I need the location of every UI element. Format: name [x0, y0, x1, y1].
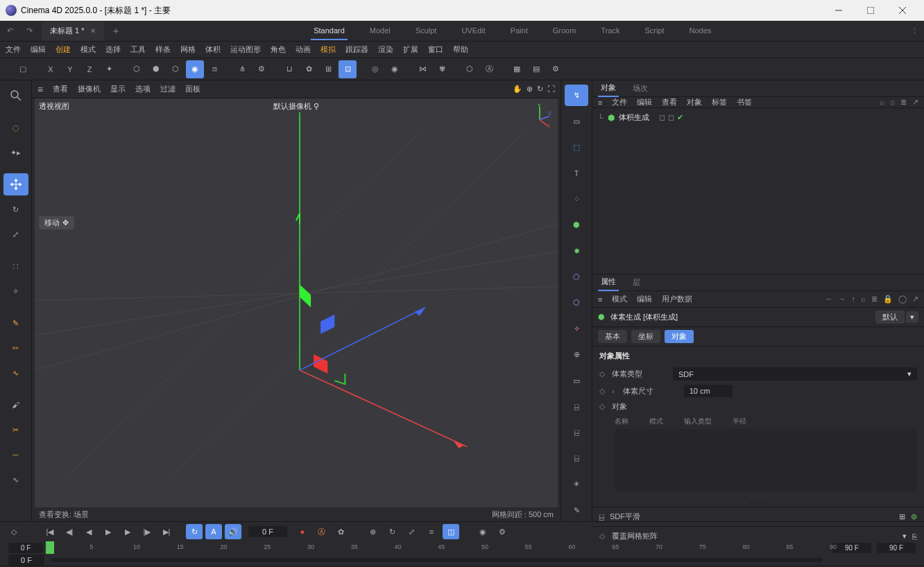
- world-axis-icon[interactable]: ✦: [100, 60, 118, 78]
- enabled-check-icon[interactable]: ✔: [677, 113, 683, 122]
- sub-tab-coord[interactable]: 坐标: [631, 330, 660, 343]
- menu-animate[interactable]: 动画: [296, 44, 311, 55]
- attr-menu-userdata[interactable]: 用户数据: [662, 294, 692, 304]
- attr-circle-icon[interactable]: ◯: [898, 295, 907, 304]
- cube-primitive-icon[interactable]: ◉: [186, 60, 204, 78]
- text-icon[interactable]: T: [565, 162, 588, 184]
- mode-paint[interactable]: Paint: [508, 22, 531, 40]
- particles-icon[interactable]: ⁘: [565, 189, 588, 210]
- menu-character[interactable]: 角色: [271, 44, 286, 55]
- menu-mograph[interactable]: 运动图形: [230, 44, 261, 55]
- scale-tool-button[interactable]: ⤢: [3, 223, 28, 245]
- cam2-icon[interactable]: ⌸: [565, 421, 588, 443]
- snap-settings-icon[interactable]: ✿: [300, 60, 318, 78]
- butterfly-icon[interactable]: ⋈: [413, 60, 431, 78]
- menu-edit[interactable]: 编辑: [31, 44, 46, 55]
- timeline-scrollbar[interactable]: [51, 558, 823, 562]
- mode-sculpt[interactable]: Sculpt: [413, 22, 440, 40]
- voxel-icon[interactable]: ⬢: [565, 214, 588, 236]
- redo-button[interactable]: ↷: [21, 23, 37, 40]
- sketch-icon[interactable]: ✏: [3, 337, 28, 359]
- light-icon[interactable]: ☀: [565, 473, 588, 495]
- tl-rot-icon[interactable]: ↻: [384, 524, 401, 539]
- attr-filter-icon[interactable]: ≣: [871, 295, 878, 304]
- obj-menu-file[interactable]: 文件: [612, 97, 627, 107]
- maximize-button[interactable]: [855, 0, 887, 21]
- vp-menu-filter[interactable]: 过滤: [160, 84, 176, 94]
- joint-icon[interactable]: ⋔: [233, 60, 251, 78]
- tl-sound-button[interactable]: 🔊: [225, 524, 241, 539]
- obj-hamburger-icon[interactable]: ≡: [598, 98, 602, 107]
- menu-file[interactable]: 文件: [6, 44, 21, 55]
- vp-menu-view[interactable]: 查看: [53, 84, 68, 94]
- minimize-button[interactable]: [823, 0, 855, 21]
- tl-pos-icon[interactable]: ⊕: [365, 524, 382, 539]
- frame-icon[interactable]: ▭: [565, 369, 588, 391]
- mode-model[interactable]: Model: [367, 22, 393, 40]
- menu-spline[interactable]: 样条: [155, 44, 171, 55]
- line-cut-icon[interactable]: ─: [3, 444, 28, 466]
- mode-groom[interactable]: Groom: [550, 22, 579, 40]
- mode-nodes[interactable]: Nodes: [687, 22, 715, 40]
- menu-render[interactable]: 渲染: [378, 44, 393, 55]
- timeline-end[interactable]: 90 F: [832, 543, 871, 553]
- axis-x-button[interactable]: X: [42, 60, 60, 78]
- circle1-icon[interactable]: ◎: [366, 60, 384, 78]
- vp-menu-display[interactable]: 显示: [110, 84, 126, 94]
- vp-menu-cameras[interactable]: 摄像机: [78, 84, 101, 94]
- tl-loop-button[interactable]: ↻: [186, 524, 203, 539]
- move-tool-button[interactable]: [3, 173, 28, 195]
- obj-menu-tags[interactable]: 标签: [712, 97, 727, 107]
- layout-options-icon[interactable]: ⋮: [906, 23, 923, 40]
- axis-y-button[interactable]: Y: [61, 60, 79, 78]
- menu-tools[interactable]: 工具: [130, 44, 146, 55]
- timeline-end-b[interactable]: 90 F: [877, 543, 916, 553]
- shape3-icon[interactable]: ✧: [565, 318, 588, 340]
- tl-marker-icon[interactable]: ◇: [6, 524, 22, 539]
- cam3-icon[interactable]: ⌸: [565, 448, 588, 469]
- menu-mesh[interactable]: 网格: [180, 44, 196, 55]
- tl-keyopt-button[interactable]: ✿: [333, 524, 350, 539]
- mode-track[interactable]: Track: [598, 22, 622, 40]
- gear-icon[interactable]: ⚙: [253, 60, 271, 78]
- voxel-size-input[interactable]: 10 cm: [684, 385, 733, 397]
- vp-zoom-icon[interactable]: ⊕: [527, 85, 533, 94]
- sub-tab-object[interactable]: 对象: [665, 330, 694, 343]
- menu-simulate[interactable]: 模拟: [320, 44, 336, 55]
- component-points-icon[interactable]: ⸬: [3, 255, 28, 277]
- obj-menu-object[interactable]: 对象: [687, 97, 702, 107]
- vp-menu-panel[interactable]: 面板: [185, 84, 200, 94]
- cursor-gear-icon[interactable]: ✦▸: [3, 141, 28, 164]
- viewport[interactable]: 透视视图 默认摄像机 ⚲ 移动 ✥ Y Z X: [35, 98, 558, 507]
- menu-help[interactable]: 帮助: [453, 44, 468, 55]
- tl-nextframe-button[interactable]: ▶: [119, 524, 136, 539]
- circle2-icon[interactable]: ◉: [386, 60, 404, 78]
- shape2-icon[interactable]: ⬡: [565, 292, 588, 313]
- tl-record-button[interactable]: ●: [294, 524, 311, 539]
- object-list-area[interactable]: [615, 429, 917, 491]
- tl-play-button[interactable]: ▶: [100, 524, 117, 539]
- tab-object[interactable]: 对象: [598, 80, 619, 97]
- tab-layers[interactable]: 层: [630, 274, 643, 290]
- obj-filter-icon[interactable]: ≣: [900, 98, 907, 107]
- spline-smooth-icon[interactable]: ∿: [3, 362, 28, 384]
- filmgear-icon[interactable]: ⚙: [547, 60, 565, 78]
- knife-icon[interactable]: ✂: [3, 419, 28, 441]
- attr-fwd-icon[interactable]: →: [839, 295, 846, 304]
- undo-button[interactable]: ↶: [1, 23, 18, 40]
- attr-preset-dropdown[interactable]: 默认: [875, 311, 905, 324]
- tl-a-button[interactable]: A: [205, 524, 222, 539]
- menu-create[interactable]: 创建: [55, 44, 71, 55]
- attr-popout-icon[interactable]: ↗: [912, 295, 918, 304]
- attr-hamburger-icon[interactable]: ≡: [598, 295, 602, 304]
- object-name[interactable]: 体积生成: [619, 112, 649, 123]
- tl-circle-icon[interactable]: ◉: [474, 524, 491, 539]
- tl-prevkey-button[interactable]: ◀|: [61, 524, 78, 539]
- menu-window[interactable]: 窗口: [428, 44, 443, 55]
- timeline-start[interactable]: 0 F: [8, 543, 43, 553]
- vp-hand-icon[interactable]: ✋: [513, 85, 522, 94]
- search-icon[interactable]: [3, 85, 28, 107]
- current-frame-display[interactable]: 0 F: [248, 526, 287, 537]
- layout-icon[interactable]: ▢: [14, 60, 32, 78]
- attr-back-icon[interactable]: ←: [825, 295, 833, 304]
